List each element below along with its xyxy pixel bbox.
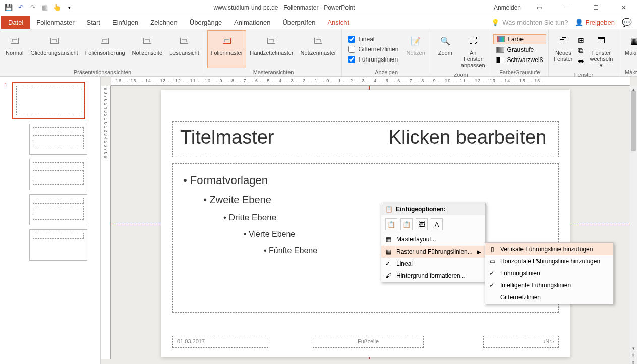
handout-master-button[interactable]: Handzettelmaster <box>246 30 297 68</box>
vertical-ruler: 9 8 7 6 5 4 3 2 1 0 1 2 3 4 5 6 7 8 9 <box>101 86 111 359</box>
vertical-guide-icon: ▯ <box>488 246 496 253</box>
format-background-item[interactable]: 🖌Hintergrund formatieren... <box>381 270 485 282</box>
new-window-button[interactable]: 🗗Neues Fenster <box>551 30 576 71</box>
macros-button[interactable]: ▦Makros <box>621 30 637 68</box>
quick-access-toolbar: 💾 ↶ ↷ ▥ 👆 ▾ <box>3 2 75 13</box>
slide-canvas[interactable]: · 16 · · 15 · · 14 · · 13 · · 12 · · 11 … <box>101 77 637 364</box>
title-bar: 💾 ↶ ↷ ▥ 👆 ▾ www.studium-und-pc.de - Foli… <box>0 0 637 15</box>
bw-mode-button[interactable]: Schwarzweiß <box>493 55 546 65</box>
grayscale-mode-button[interactable]: Graustufe <box>493 45 546 54</box>
paste-keep-source-formatting[interactable]: 📋 <box>400 218 413 230</box>
redo-button[interactable]: ↷ <box>27 2 38 13</box>
workspace: 1 · 16 · · 15 · · 14 · · 13 · · 12 · · 1… <box>0 77 637 364</box>
touch-mode-button[interactable]: 👆 <box>51 2 63 13</box>
switch-windows-button[interactable]: 🗔Fenster wechseln ▾ <box>586 30 617 71</box>
notes-master-button[interactable]: Notizenmaster <box>297 30 340 68</box>
body-lvl2: Zweite Ebene <box>210 194 271 205</box>
date-placeholder[interactable]: 01.03.2017 <box>172 336 268 348</box>
group-label: Anzeigen <box>344 68 428 76</box>
notes-button[interactable]: 📝Notizen <box>403 30 429 68</box>
slide-number-placeholder[interactable]: ‹Nr.› <box>483 336 559 348</box>
context-menu: 📋Einfügeoptionen: 📋 📋 🖼 A ▦Masterlayout.… <box>381 203 486 282</box>
tell-me-search[interactable]: 💡 Was möchten Sie tun? <box>491 19 568 26</box>
ribbon-display-options[interactable]: ▭ <box>529 2 549 14</box>
add-vertical-guide-item[interactable]: ▯Vertikale Führungslinie hinzufügen <box>485 243 613 255</box>
paste-picture[interactable]: 🖼 <box>416 218 428 230</box>
zoom-button[interactable]: 🔍Zoom <box>433 30 457 71</box>
master-thumbnail[interactable]: 1 <box>4 82 96 119</box>
vertical-scrollbar[interactable]: ▴ ▾ ⇞ ⇟ <box>630 86 637 364</box>
close-button[interactable]: ✕ <box>614 2 634 14</box>
minimize-button[interactable]: — <box>557 2 577 14</box>
horizontal-guide-icon: ▭ <box>488 258 496 265</box>
cascade-button[interactable]: ⧉ <box>578 46 584 55</box>
thumbnail-pane[interactable]: 1 <box>0 77 101 364</box>
outline-view-button[interactable]: Gliederungsansicht <box>27 30 81 68</box>
ribbon: Normal Gliederungsansicht Foliensortieru… <box>0 29 637 77</box>
notes-page-button[interactable]: Notizenseite <box>129 30 166 68</box>
file-tab[interactable]: Datei <box>1 16 30 29</box>
maximize-button[interactable]: ☐ <box>586 2 606 14</box>
prev-slide-arrow[interactable]: ⇞ <box>630 352 637 359</box>
body-lvl3: Dritte Ebene <box>229 213 277 222</box>
ruler-checkbox[interactable]: Lineal <box>348 36 398 43</box>
next-slide-arrow[interactable]: ⇟ <box>630 359 637 364</box>
thumb-number: 1 <box>4 82 9 119</box>
gridlines-toggle-item[interactable]: Gitternetzlinien <box>485 291 613 304</box>
window-title: www.studium-und-pc.de - Folienmaster - P… <box>75 4 494 11</box>
qat-dropdown[interactable]: ▾ <box>64 2 75 13</box>
clipboard-icon: 📋 <box>385 206 393 213</box>
paste-text-only[interactable]: A <box>431 218 443 230</box>
color-mode-button[interactable]: Farbe <box>493 34 546 44</box>
tab-start[interactable]: Start <box>81 16 106 29</box>
paste-use-destination-theme[interactable]: 📋 <box>385 218 397 230</box>
undo-button[interactable]: ↶ <box>15 2 26 13</box>
tab-folienmaster[interactable]: Folienmaster <box>30 16 80 29</box>
tab-ansicht[interactable]: Ansicht <box>321 16 355 29</box>
ribbon-tabs: Datei Folienmaster Start Einfügen Zeichn… <box>0 15 637 29</box>
grid-and-guides-item[interactable]: ▦Raster und Führungslinien...▶ <box>381 246 485 258</box>
guides-checkbox[interactable]: Führungslinien <box>348 56 398 63</box>
slide[interactable]: Titelmaster Klicken bearbeiten • Formatv… <box>161 90 570 357</box>
title-text-right: Klicken bearbeiten <box>389 127 547 148</box>
title-text-left: Titelmaster <box>180 127 274 148</box>
guides-toggle-item[interactable]: ✓Führungslinien <box>485 267 613 279</box>
layout-thumbnail[interactable] <box>29 229 87 261</box>
layout-thumbnail[interactable] <box>29 159 87 190</box>
smart-guides-toggle-item[interactable]: ✓Intelligente Führungslinien <box>485 279 613 291</box>
tab-uebergaenge[interactable]: Übergänge <box>184 16 228 29</box>
tab-ueberpruefen[interactable]: Überprüfen <box>276 16 321 29</box>
slide-master-button[interactable]: Folienmaster <box>207 30 247 68</box>
scroll-thumb[interactable] <box>631 91 636 151</box>
fit-to-window-button[interactable]: ⛶An Fenster anpassen <box>457 30 489 71</box>
tell-me-placeholder: Was möchten Sie tun? <box>502 19 568 26</box>
share-button[interactable]: 👤 Freigeben <box>575 19 615 26</box>
tab-einfuegen[interactable]: Einfügen <box>106 16 144 29</box>
reading-view-button[interactable]: Leseansicht <box>166 30 203 68</box>
tab-animationen[interactable]: Animationen <box>228 16 276 29</box>
normal-view-button[interactable]: Normal <box>2 30 27 68</box>
sign-in-link[interactable]: Anmelden <box>494 4 521 11</box>
check-icon: ✓ <box>489 282 494 289</box>
collapse-ribbon-button[interactable]: ˄ <box>626 68 635 75</box>
ruler-item[interactable]: ✓Lineal <box>381 258 485 270</box>
start-from-beginning-button[interactable]: ▥ <box>39 2 50 13</box>
save-button[interactable]: 💾 <box>3 2 14 13</box>
body-lvl1: Formatvorlagen <box>190 174 268 187</box>
arrange-all-button[interactable]: ⊞ <box>578 36 584 44</box>
add-horizontal-guide-item[interactable]: ▭Horizontale Führungslinie hinzufügen <box>485 255 613 267</box>
layout-thumbnail[interactable] <box>29 124 87 155</box>
footer-placeholder[interactable]: Fußzeile <box>313 336 424 348</box>
body-lvl4: Vierte Ebene <box>249 230 295 238</box>
gridlines-checkbox[interactable]: Gitternetzlinien <box>348 46 398 53</box>
tab-zeichnen[interactable]: Zeichnen <box>144 16 183 29</box>
comments-button[interactable]: 💬 <box>622 18 632 27</box>
layout-thumbnail[interactable] <box>29 194 87 225</box>
group-label: Farbe/Graustufe <box>493 68 546 76</box>
slide-sorter-button[interactable]: Foliensortierung <box>82 30 129 68</box>
scroll-down-arrow[interactable]: ▾ <box>630 345 637 352</box>
title-placeholder[interactable]: Titelmaster Klicken bearbeiten <box>172 121 559 157</box>
paint-icon: 🖌 <box>384 272 392 279</box>
master-layout-item[interactable]: ▦Masterlayout... <box>381 233 485 246</box>
move-split-button[interactable]: ⬌ <box>578 57 584 65</box>
